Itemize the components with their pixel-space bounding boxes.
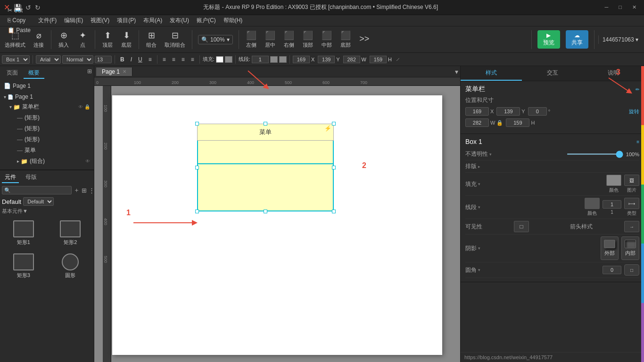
right-w-input[interactable] [465,118,489,127]
comp-rect3[interactable]: 矩形3 [2,252,45,281]
select-mode-btn[interactable]: ⬚ 选择模式 [2,28,28,51]
canvas-area[interactable]: Page 1 ✕ ▾ 0 100 200 300 400 500 600 700… [94,66,460,362]
element-name-select[interactable]: Box 1 [2,55,30,64]
layer-rect3[interactable]: — (矩形) [2,134,92,145]
handle-tl[interactable] [195,122,199,126]
tab-interact[interactable]: 交互 [522,66,583,81]
bold-btn[interactable]: B [118,56,127,63]
stroke-color-preview[interactable] [585,198,600,209]
group-vis-icon[interactable]: 👁 [85,159,90,164]
text-align-justify-btn[interactable]: ≡ [189,56,197,63]
menu-file[interactable]: 文件(F) [34,16,60,25]
font-select[interactable]: Arial [36,55,61,64]
fill-color-btn[interactable] [216,56,223,63]
comp-rect1[interactable]: 矩形1 [2,219,45,248]
handle-mr[interactable] [332,166,336,169]
layer-vis-icon[interactable]: 👁 [78,104,83,109]
insert-btn[interactable]: ⊕ 插入 [55,28,72,51]
menu-publish[interactable]: 发布(U) [166,16,193,25]
share-btn[interactable]: ☁ 共享 [566,30,588,49]
canvas-container[interactable]: 100 200 300 400 500 ⚡ 菜单 [103,86,460,362]
handle-tc[interactable] [264,122,267,126]
corner-input[interactable] [603,266,621,274]
ungroup-btn[interactable]: ⊟ 取消组合 [162,28,188,51]
shadow-inner-btn[interactable]: 内部 [621,236,639,260]
comp-layout-icon[interactable]: ⊞ [82,187,87,194]
menu-account[interactable]: 账户(C) [193,16,220,25]
align-bottom-btn[interactable]: ⬛ 底部 [337,28,354,51]
y-input[interactable] [318,56,335,63]
right-deg-input[interactable] [528,107,547,116]
top-layer-btn[interactable]: ⬆ 顶层 [99,28,116,51]
align-middle-btn[interactable]: ⬛ 中部 [318,28,335,51]
w-input[interactable] [343,56,360,63]
comp-tab-master[interactable]: 母版 [23,172,40,183]
menu-layout[interactable]: 布局(A) [140,16,166,25]
handle-bl[interactable] [195,210,199,213]
menu-view[interactable]: 视图(V) [87,16,113,25]
copy-btn[interactable]: ⎘ Copy [4,16,34,25]
stroke-width-right[interactable] [603,200,621,209]
fill-color-alt-btn[interactable] [225,56,232,63]
outline-tab[interactable]: 概要 [24,68,44,79]
menu-header[interactable]: ⚡ 菜单 [197,124,334,141]
preview-btn[interactable]: ▶ 预览 [537,30,560,49]
handle-tr[interactable] [332,122,336,126]
italic-btn[interactable]: I [128,56,134,63]
fill-color-preview[interactable] [606,175,621,186]
handle-br[interactable] [332,210,336,213]
align-top-btn[interactable]: ⬛ 顶部 [299,28,316,51]
comp-tab-widget[interactable]: 元件 [2,172,19,183]
right-h-input[interactable] [506,118,529,127]
menu-row-2[interactable] [197,164,334,211]
stroke-color-btn[interactable] [270,56,278,63]
group-btn[interactable]: ⊞ 组合 [143,28,160,51]
more-btn[interactable]: >> [356,28,373,51]
comp-more-icon[interactable]: ⋮ [89,187,94,194]
align-center-btn[interactable]: ⬛ 居中 [262,28,279,51]
layer-lock-icon[interactable]: 🔒 [84,104,90,109]
rotate-btn[interactable]: 旋转 [629,108,639,115]
point-btn[interactable]: ✦ 点 [74,28,91,51]
win-close-btn[interactable]: ✕ [628,3,640,11]
win-maximize-btn[interactable]: □ [615,3,626,11]
account-area[interactable]: 1446571063 ▾ [598,35,642,44]
arrow-style-btn[interactable]: → [624,221,639,232]
lock-aspect-icon[interactable]: 🔒 [496,120,503,126]
menu-edit[interactable]: 编辑(E) [60,16,87,25]
comp-add-icon[interactable]: ＋ [74,186,80,194]
text-align-center-btn[interactable]: ≡ [170,56,178,63]
stroke-pattern-btn[interactable] [279,56,287,63]
corner-shape-btn[interactable]: □ [624,264,639,276]
h-input[interactable] [370,56,387,63]
page-item-1[interactable]: 📄 Page 1 [2,82,92,90]
layer-rect2[interactable]: — (矩形) [2,123,92,134]
toolbar-redo-icon[interactable]: ↻ [35,4,41,11]
tab-explain[interactable]: 说明 [583,66,644,81]
layer-menu-item[interactable]: — 菜单 [2,145,92,156]
align-right-btn[interactable]: ⬛ 右侧 [281,28,297,51]
layer-folder-menubar[interactable]: ▾ 📁 菜单栏 👁 🔒 [2,101,92,112]
menu-project[interactable]: 项目(P) [113,16,140,25]
underline-btn[interactable]: U [136,56,145,63]
page-canvas[interactable]: ⚡ 菜单 [112,95,442,355]
layer-page1[interactable]: ▾ 📄 Page 1 [2,92,92,101]
stroke-type-btn[interactable]: ⟼ [624,198,639,209]
comp-search-input[interactable] [2,186,72,194]
layer-group-item[interactable]: ▸ 📁 (组合) 👁 [2,156,92,167]
visibility-btn[interactable]: □ [514,221,529,232]
cut-btn[interactable]: ✂ Cut [4,6,34,16]
text-align-left-btn[interactable]: ≡ [160,56,168,63]
comp-circle[interactable]: 圆形 [49,252,92,281]
box1-edit-btn[interactable]: ≡ [636,139,639,144]
menu-help[interactable]: 帮助(H) [220,16,247,25]
connect-btn[interactable]: ⌀ 连接 [30,28,47,51]
fill-image-btn[interactable]: 🖼 [624,175,639,186]
stroke-width-input[interactable] [252,56,269,63]
comp-rect2[interactable]: 矩形2 [49,219,92,248]
canvas-more-btn[interactable]: ▾ [455,68,458,76]
filter-icon[interactable]: ⊞ [87,68,92,79]
bottom-layer-btn[interactable]: ⬇ 底层 [118,28,135,51]
list-btn[interactable]: ≡ [146,56,154,63]
handle-ml[interactable] [195,166,199,169]
